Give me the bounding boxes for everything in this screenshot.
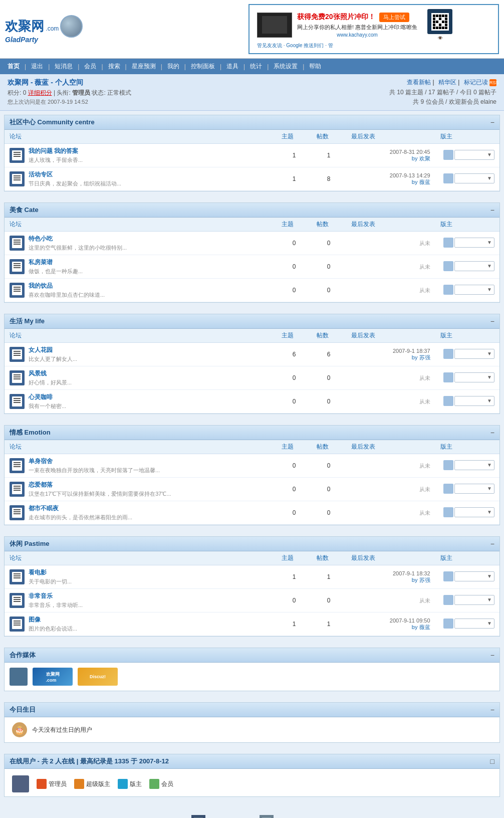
forum-cell: 心灵咖啡 我有一个秘密...: [5, 390, 277, 414]
section-spacer: [0, 641, 504, 644]
forum-icon: [10, 148, 25, 163]
mod-dropdown[interactable]: ▼: [454, 285, 494, 295]
th-lastpost: 最后发表: [346, 440, 435, 454]
mod-dropdown[interactable]: ▼: [454, 261, 494, 271]
forum-name-link[interactable]: 我的饮品: [29, 282, 105, 290]
forum-name-link[interactable]: 图像: [29, 616, 77, 624]
forum-desc: 汉堡在17℃下可以保持新鲜美味，爱情则需要保持在37℃...: [29, 490, 171, 498]
forum-name-link[interactable]: 心灵咖啡: [29, 393, 66, 401]
section-birthday-header: 今日生日 −: [5, 703, 499, 717]
section-birthday: 今日生日 − 🎂 今天没有过生日的用户: [4, 702, 500, 743]
view-new-link[interactable]: 查看新帖: [407, 79, 431, 86]
mod-dropdown[interactable]: ▼: [454, 372, 494, 382]
forum-name-link[interactable]: 都市不眠夜: [29, 504, 132, 513]
nav-horoscope[interactable]: 星座预测: [129, 61, 158, 72]
mod-dropdown[interactable]: ▼: [454, 349, 494, 359]
nav-tools[interactable]: 道具: [224, 61, 241, 72]
forum-name-link[interactable]: 女人花园: [29, 346, 77, 354]
user-bar: 欢聚网 - 薇蓝 - 个人空间 积分: 0 详细积分 | 头衔: 管理员 状态:…: [0, 74, 504, 111]
th-topics: 主题: [277, 329, 311, 343]
points-detail-link[interactable]: 详细积分: [28, 89, 52, 96]
topic-count: 0: [277, 390, 311, 414]
forum-name-link[interactable]: 私房菜谱: [29, 258, 83, 267]
forum-name-link[interactable]: 非常音乐: [29, 592, 83, 600]
moderator-col: ▼: [435, 167, 499, 191]
coop-icon: [10, 668, 28, 686]
th-posts: 帖数: [312, 440, 346, 454]
forum-name-link[interactable]: 恋爱都落: [29, 481, 171, 489]
nav-help[interactable]: 帮助: [307, 61, 324, 72]
mod-dropdown[interactable]: ▼: [454, 507, 494, 517]
coop-logo-gladparty[interactable]: 欢聚网.com: [33, 668, 73, 686]
forum-cell: 单身宿舍 一束在夜晚独自开放的玫瑰，天亮时留落了一地温馨...: [5, 454, 277, 478]
nav-mine[interactable]: 我的: [165, 61, 182, 72]
mod-dropdown[interactable]: ▼: [454, 571, 494, 581]
section-coop: 合作媒体 − 欢聚网.com Discuz!: [4, 648, 500, 691]
logo-area: 欢聚网 .com GladParty: [5, 15, 83, 44]
moderator-col: ▼: [435, 232, 499, 255]
th-moderator: 版主: [435, 130, 499, 144]
forum-name-link[interactable]: 活动专区: [29, 170, 121, 179]
section-spacer: [0, 418, 504, 421]
ad-url[interactable]: www.kachayy.com: [297, 32, 417, 38]
forum-name-link[interactable]: 特色小吃: [29, 235, 127, 243]
collapse-food-btn[interactable]: −: [490, 206, 494, 214]
mod-dropdown[interactable]: ▼: [454, 150, 494, 160]
mod-dropdown[interactable]: ▼: [454, 460, 494, 470]
nav-members[interactable]: 会员: [82, 61, 99, 72]
nav-settings[interactable]: 系统设置: [271, 61, 300, 72]
forum-name-link[interactable]: 看电影: [29, 568, 72, 577]
mod-dropdown[interactable]: ▼: [454, 396, 494, 406]
nav-home[interactable]: 首页: [5, 61, 22, 72]
collapse-coop-btn[interactable]: −: [490, 651, 494, 659]
moderator-col: ▼: [435, 390, 499, 414]
mod-dropdown[interactable]: ▼: [454, 595, 494, 605]
moderator-col: ▼: [435, 612, 499, 636]
collapse-pastime-btn[interactable]: −: [490, 540, 494, 548]
collapse-life-btn[interactable]: −: [490, 317, 494, 325]
th-posts: 帖数: [312, 551, 346, 565]
post-count: 1: [312, 144, 346, 167]
logo[interactable]: 欢聚网 .com GladParty: [5, 15, 83, 44]
ad-button[interactable]: 马上尝试: [379, 13, 409, 22]
ad-banner: 获得免费20张照片冲印！ 马上尝试 网上分享你的私人相册! 惠普全新网上冲印:喀…: [248, 4, 499, 54]
forum-name-link[interactable]: 风景线: [29, 369, 72, 378]
section-online-header: 在线用户 - 共 2 人在线 | 最高纪录是 1335 于 2007-8-12 …: [5, 754, 499, 769]
admin-icon: [37, 779, 47, 789]
forum-name-link[interactable]: 单身宿舍: [29, 457, 160, 466]
mod-dropdown[interactable]: ▼: [454, 238, 494, 248]
forum-icon: [10, 458, 25, 473]
mod-icon: [118, 779, 128, 789]
right-links: 查看新帖 | 精华区 | 标记已读 RSS: [389, 78, 496, 87]
nav-messages[interactable]: 短消息: [52, 61, 75, 72]
tagged-link[interactable]: 标记已读: [464, 79, 488, 86]
mod-avatar: [443, 619, 453, 629]
online-user-avatar: [12, 775, 29, 792]
life-forum-table: 论坛 主题 帖数 最后发表 版主 女人花园 比女人更了解女人...: [5, 329, 499, 414]
collapse-emotion-btn[interactable]: −: [490, 429, 494, 437]
mod-avatar: [443, 150, 453, 160]
mod-dropdown[interactable]: ▼: [454, 619, 494, 629]
forum-cell: 图像 图片的色彩会说话...: [5, 612, 277, 636]
collapse-online-btn[interactable]: □: [490, 757, 494, 765]
forum-cell: 我的饮品 喜欢在咖啡里加点杏仁的味道...: [5, 279, 277, 302]
collapse-community-btn[interactable]: −: [490, 118, 494, 126]
nav-logout[interactable]: 退出: [29, 61, 46, 72]
coop-logo-discuz[interactable]: Discuz!: [78, 668, 118, 686]
forum-cell: 风景线 好心情，好风景...: [5, 366, 277, 390]
nav-search[interactable]: 搜索: [106, 61, 123, 72]
last-visit: 您上次访问是在 2007-9-19 14:52: [8, 98, 131, 106]
essence-link[interactable]: 精华区: [438, 79, 456, 86]
mod-dropdown[interactable]: ▼: [454, 173, 494, 183]
table-row: 非常音乐 非常音乐，非常动听... 0 0 从未 ▼: [5, 589, 499, 612]
collapse-birthday-btn[interactable]: −: [490, 706, 494, 714]
mod-dropdown[interactable]: ▼: [454, 484, 494, 494]
th-forum: 论坛: [5, 218, 277, 232]
topic-count: 0: [277, 589, 311, 612]
moderator-col: ▼: [435, 501, 499, 525]
nav-control-panel[interactable]: 控制面板: [188, 61, 217, 72]
forum-icon: [10, 593, 25, 608]
forum-name-link[interactable]: 我的问题 我的答案: [29, 147, 83, 155]
nav-stats[interactable]: 统计: [247, 61, 265, 72]
post-count: 8: [312, 167, 346, 191]
